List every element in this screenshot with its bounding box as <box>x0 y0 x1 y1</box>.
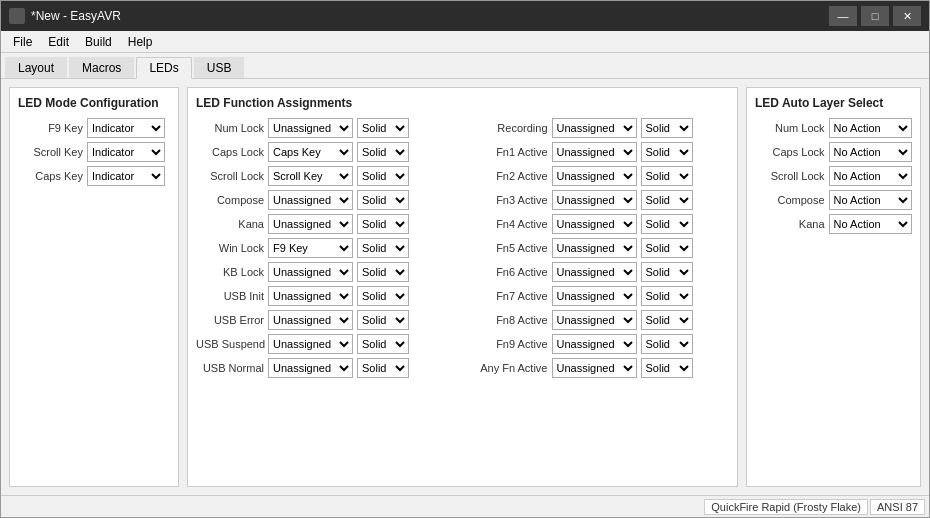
fn-usbnormal-style[interactable]: Solid <box>357 358 409 378</box>
anyfn-style[interactable]: Solid <box>641 358 693 378</box>
fn-row-fn7: Fn7 Active UnassignedCaps KeyScroll KeyF… <box>468 286 730 306</box>
fn-winlock-label: Win Lock <box>196 242 264 254</box>
tab-layout[interactable]: Layout <box>5 57 67 78</box>
auto-capslock-select[interactable]: No ActionLayer 0Layer 1Layer 2 <box>829 142 912 162</box>
fn-row-usberror: USB Error UnassignedCaps KeyScroll KeyF9… <box>196 310 458 330</box>
fn1-assign[interactable]: UnassignedCaps KeyScroll KeyF9 Key <box>552 142 637 162</box>
fn-kblock-label: KB Lock <box>196 266 264 278</box>
fn-usbsuspend-style[interactable]: Solid <box>357 334 409 354</box>
window-controls: — □ ✕ <box>829 6 921 26</box>
fn-row-winlock: Win Lock F9 KeyUnassignedCaps KeyScroll … <box>196 238 458 258</box>
fn-row-usbnormal: USB Normal UnassignedCaps KeyScroll KeyF… <box>196 358 458 378</box>
fn-usberror-assign[interactable]: UnassignedCaps KeyScroll KeyF9 Key <box>268 310 353 330</box>
tab-usb[interactable]: USB <box>194 57 245 78</box>
title-bar: *New - EasyAVR — □ ✕ <box>1 1 929 31</box>
auto-scrolllock-label: Scroll Lock <box>755 170 825 182</box>
fn1-label: Fn1 Active <box>468 146 548 158</box>
fn-numlock-assign[interactable]: UnassignedCaps KeyScroll KeyF9 Key <box>268 118 353 138</box>
fn-usbinit-assign[interactable]: UnassignedCaps KeyScroll KeyF9 Key <box>268 286 353 306</box>
auto-compose-label: Compose <box>755 194 825 206</box>
fn-kana-style[interactable]: Solid <box>357 214 409 234</box>
fn6-label: Fn6 Active <box>468 266 548 278</box>
anyfn-label: Any Fn Active <box>468 362 548 374</box>
scroll-key-label: Scroll Key <box>18 146 83 158</box>
fn2-style[interactable]: Solid <box>641 166 693 186</box>
fn-capslock-style[interactable]: Solid <box>357 142 409 162</box>
fn9-assign[interactable]: UnassignedCaps KeyScroll KeyF9 Key <box>552 334 637 354</box>
fn7-label: Fn7 Active <box>468 290 548 302</box>
fn-scrolllock-style[interactable]: Solid <box>357 166 409 186</box>
minimize-button[interactable]: — <box>829 6 857 26</box>
auto-kana-label: Kana <box>755 218 825 230</box>
fn-recording-assign[interactable]: UnassignedCaps KeyScroll KeyF9 Key <box>552 118 637 138</box>
fn-usberror-style[interactable]: Solid <box>357 310 409 330</box>
fn-usbinit-style[interactable]: Solid <box>357 286 409 306</box>
fn-compose-assign[interactable]: UnassignedCaps KeyScroll KeyF9 Key <box>268 190 353 210</box>
fn6-style[interactable]: Solid <box>641 262 693 282</box>
fn2-label: Fn2 Active <box>468 170 548 182</box>
fn-numlock-style[interactable]: Solid <box>357 118 409 138</box>
fn4-label: Fn4 Active <box>468 218 548 230</box>
fn5-style[interactable]: Solid <box>641 238 693 258</box>
fn-numlock-label: Num Lock <box>196 122 264 134</box>
maximize-button[interactable]: □ <box>861 6 889 26</box>
fn-winlock-style[interactable]: Solid <box>357 238 409 258</box>
fn8-assign[interactable]: UnassignedCaps KeyScroll KeyF9 Key <box>552 310 637 330</box>
fn-scrolllock-assign[interactable]: Scroll KeyUnassignedCaps KeyF9 Key <box>268 166 353 186</box>
close-button[interactable]: ✕ <box>893 6 921 26</box>
anyfn-assign[interactable]: UnassignedCaps KeyScroll KeyF9 Key <box>552 358 637 378</box>
fn5-assign[interactable]: UnassignedCaps KeyScroll KeyF9 Key <box>552 238 637 258</box>
tab-macros[interactable]: Macros <box>69 57 134 78</box>
fn-compose-style[interactable]: Solid <box>357 190 409 210</box>
fn-usbnormal-assign[interactable]: UnassignedCaps KeyScroll KeyF9 Key <box>268 358 353 378</box>
status-bar: QuickFire Rapid (Frosty Flake) ANSI 87 <box>1 495 929 517</box>
fn6-assign[interactable]: UnassignedCaps KeyScroll KeyF9 Key <box>552 262 637 282</box>
fn-winlock-assign[interactable]: F9 KeyUnassignedCaps KeyScroll Key <box>268 238 353 258</box>
auto-numlock-label: Num Lock <box>755 122 825 134</box>
auto-scrolllock-select[interactable]: No ActionLayer 0Layer 1Layer 2 <box>829 166 912 186</box>
fn-usbsuspend-assign[interactable]: UnassignedCaps KeyScroll KeyF9 Key <box>268 334 353 354</box>
menu-file[interactable]: File <box>5 33 40 51</box>
fn-kana-assign[interactable]: UnassignedCaps KeyScroll KeyF9 Key <box>268 214 353 234</box>
fn4-assign[interactable]: UnassignedCaps KeyScroll KeyF9 Key <box>552 214 637 234</box>
auto-compose-select[interactable]: No ActionLayer 0Layer 1Layer 2 <box>829 190 912 210</box>
led-function-title: LED Function Assignments <box>196 96 729 110</box>
auto-row-scrolllock: Scroll Lock No ActionLayer 0Layer 1Layer… <box>755 166 912 186</box>
auto-numlock-select[interactable]: No ActionLayer 0Layer 1Layer 2 <box>829 118 912 138</box>
fn-row-anyfn: Any Fn Active UnassignedCaps KeyScroll K… <box>468 358 730 378</box>
fn-row-numlock: Num Lock UnassignedCaps KeyScroll KeyF9 … <box>196 118 458 138</box>
fn-recording-label: Recording <box>468 122 548 134</box>
menu-edit[interactable]: Edit <box>40 33 77 51</box>
led-mode-row-caps: Caps Key Indicator Backlight RGB <box>18 166 170 186</box>
fn7-style[interactable]: Solid <box>641 286 693 306</box>
fn3-assign[interactable]: UnassignedCaps KeyScroll KeyF9 Key <box>552 190 637 210</box>
led-mode-row-scroll: Scroll Key Indicator Backlight RGB <box>18 142 170 162</box>
fn3-style[interactable]: Solid <box>641 190 693 210</box>
led-mode-title: LED Mode Configuration <box>18 96 170 110</box>
fn-capslock-label: Caps Lock <box>196 146 264 158</box>
fn2-assign[interactable]: UnassignedCaps KeyScroll KeyF9 Key <box>552 166 637 186</box>
fn-compose-label: Compose <box>196 194 264 206</box>
fn-kblock-style[interactable]: Solid <box>357 262 409 282</box>
f9-key-select[interactable]: Indicator Backlight RGB <box>87 118 165 138</box>
scroll-key-select[interactable]: Indicator Backlight RGB <box>87 142 165 162</box>
fn7-assign[interactable]: UnassignedCaps KeyScroll KeyF9 Key <box>552 286 637 306</box>
fn1-style[interactable]: Solid <box>641 142 693 162</box>
fn4-style[interactable]: Solid <box>641 214 693 234</box>
fn-section: Num Lock UnassignedCaps KeyScroll KeyF9 … <box>196 118 729 382</box>
caps-key-select[interactable]: Indicator Backlight RGB <box>87 166 165 186</box>
fn-row-fn2: Fn2 Active UnassignedCaps KeyScroll KeyF… <box>468 166 730 186</box>
menu-help[interactable]: Help <box>120 33 161 51</box>
fn-capslock-assign[interactable]: Caps KeyUnassignedScroll KeyF9 Key <box>268 142 353 162</box>
tab-bar: Layout Macros LEDs USB <box>1 53 929 79</box>
menu-build[interactable]: Build <box>77 33 120 51</box>
auto-kana-select[interactable]: No ActionLayer 0Layer 1Layer 2 <box>829 214 912 234</box>
fn-kana-label: Kana <box>196 218 264 230</box>
tab-leds[interactable]: LEDs <box>136 57 191 79</box>
fn-row-kblock: KB Lock UnassignedCaps KeyScroll KeyF9 K… <box>196 262 458 282</box>
fn8-style[interactable]: Solid <box>641 310 693 330</box>
fn-recording-style[interactable]: Solid <box>641 118 693 138</box>
fn-kblock-assign[interactable]: UnassignedCaps KeyScroll KeyF9 Key <box>268 262 353 282</box>
fn-row-recording: Recording UnassignedCaps KeyScroll KeyF9… <box>468 118 730 138</box>
fn9-style[interactable]: Solid <box>641 334 693 354</box>
